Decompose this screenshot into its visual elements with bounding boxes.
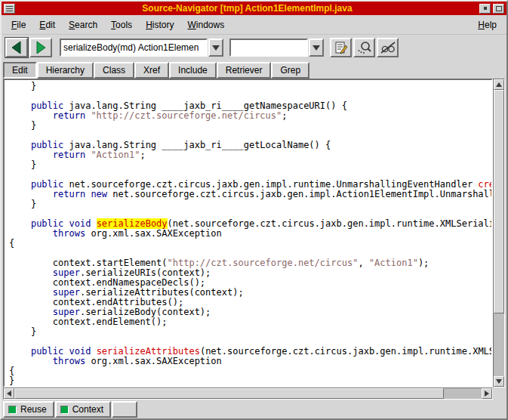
editor-button[interactable]	[330, 38, 352, 57]
hscroll-thumb[interactable]	[14, 388, 444, 399]
reuse-toggle[interactable]: Reuse	[3, 401, 54, 418]
maximize-glyph	[496, 6, 502, 11]
app-window: Source-Navigator [tmp] Action1ElementImp…	[0, 0, 508, 420]
editor-frame: } public java.lang.String ____jaxb_ri___…	[3, 79, 493, 388]
hscroll-trough[interactable]	[14, 388, 482, 399]
minimize-icon[interactable]	[479, 4, 491, 14]
scrollbar-corner	[493, 388, 505, 400]
menu-search[interactable]: Search	[62, 17, 104, 32]
scroll-left-button[interactable]	[4, 388, 14, 399]
arrow-left-icon	[7, 391, 11, 397]
vertical-scrollbar[interactable]	[493, 79, 505, 388]
vscroll-trough[interactable]	[494, 90, 504, 376]
code-line: }	[9, 160, 491, 170]
document-pencil-icon	[334, 40, 349, 55]
menu-file[interactable]: File	[5, 17, 32, 32]
search-combo-input[interactable]	[229, 39, 308, 57]
arrow-down-icon	[496, 379, 502, 384]
window-title: Source-Navigator [tmp] Action1ElementImp…	[15, 2, 479, 15]
maximize-icon[interactable]	[493, 4, 504, 14]
menu-bar-items: FileEditSearchToolsHistoryWindows	[5, 17, 471, 32]
code-line: }	[9, 121, 491, 131]
editor-region: } public java.lang.String ____jaxb_ri___…	[2, 79, 506, 400]
tab-hierarchy[interactable]: Hierarchy	[37, 62, 94, 79]
tab-class[interactable]: Class	[94, 62, 134, 79]
menu-bar: FileEditSearchToolsHistoryWindows Help	[2, 15, 506, 35]
back-button[interactable]	[5, 38, 28, 57]
minimize-glyph	[484, 7, 487, 10]
code-line: throws org.xml.sax.SAXException	[9, 229, 491, 239]
symbol-combo-dropdown[interactable]	[208, 39, 223, 57]
tab-grep[interactable]: Grep	[271, 62, 309, 79]
code-line: }	[9, 199, 491, 209]
reuse-led-icon	[8, 406, 17, 414]
forward-arrow-icon	[32, 39, 49, 56]
context-toggle[interactable]: Context	[55, 401, 111, 418]
code-line: return "Action1";	[9, 150, 491, 160]
menu-help[interactable]: Help	[471, 17, 503, 32]
horizontal-scrollbar[interactable]	[3, 388, 493, 400]
browse-button[interactable]	[377, 38, 399, 57]
menu-tools[interactable]: Tools	[104, 17, 139, 32]
window-menu-icon[interactable]	[4, 4, 15, 14]
chevron-down-icon	[212, 45, 220, 51]
context-led-icon	[60, 406, 69, 414]
code-line: }	[9, 327, 491, 337]
scroll-right-button[interactable]	[482, 388, 492, 399]
chevron-down-icon	[312, 45, 320, 51]
toolbar: serializeBody(md) Action1Elemen	[2, 35, 506, 60]
symbol-combo-input[interactable]: serializeBody(md) Action1Elemen	[60, 39, 208, 57]
menu-history[interactable]: History	[139, 17, 180, 32]
code-line: {	[9, 239, 491, 249]
back-arrow-icon	[8, 39, 25, 56]
scroll-up-button[interactable]	[494, 79, 504, 90]
code-line: {	[9, 366, 491, 376]
status-bar: Reuse Context	[2, 400, 506, 419]
context-label: Context	[72, 404, 103, 415]
tab-bar: EditHierarchyClassXrefIncludeRetrieverGr…	[2, 60, 506, 79]
search-button[interactable]	[353, 38, 375, 57]
menu-windows[interactable]: Windows	[180, 17, 231, 32]
search-combo-dropdown[interactable]	[309, 39, 324, 57]
title-bar[interactable]: Source-Navigator [tmp] Action1ElementImp…	[2, 2, 506, 15]
search-combo	[229, 39, 324, 57]
arrow-right-icon	[485, 391, 489, 397]
menu-lines-icon	[6, 6, 13, 11]
tab-include[interactable]: Include	[169, 62, 217, 79]
scroll-down-button[interactable]	[494, 376, 504, 387]
status-pad	[112, 401, 137, 418]
reuse-label: Reuse	[20, 404, 47, 415]
code-line: return new net.sourceforge.czt.circus.ja…	[9, 190, 491, 199]
status-filler	[138, 401, 505, 418]
code-line: }	[9, 376, 491, 386]
menu-edit[interactable]: Edit	[32, 17, 62, 32]
tab-retriever[interactable]: Retriever	[217, 62, 272, 79]
arrow-up-icon	[496, 82, 502, 87]
code-line: return "http://czt.sourceforge.net/circu…	[9, 111, 491, 121]
forward-button[interactable]	[29, 38, 52, 57]
eyeglasses-icon	[380, 40, 396, 55]
symbol-combo: serializeBody(md) Action1Elemen	[60, 39, 223, 57]
tab-edit[interactable]: Edit	[3, 62, 37, 79]
code-area[interactable]: } public java.lang.String ____jaxb_ri___…	[5, 80, 491, 386]
code-line: context.endElement();	[9, 317, 491, 327]
code-line: }	[9, 82, 491, 91]
magnifier-icon	[357, 40, 372, 55]
code-line: throws org.xml.sax.SAXException	[9, 357, 491, 366]
tab-xref[interactable]: Xref	[134, 62, 169, 79]
vscroll-thumb[interactable]	[494, 90, 504, 313]
